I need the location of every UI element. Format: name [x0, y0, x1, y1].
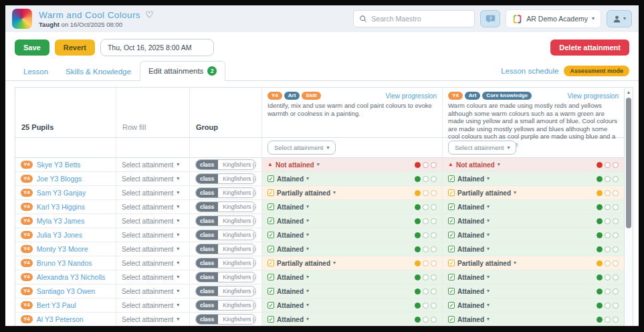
row-fill-dropdown[interactable]: Select attainment▾ [116, 256, 189, 270]
attainment-level-dots[interactable] [415, 274, 437, 280]
level-dot[interactable] [431, 317, 437, 323]
attainment-level-dots[interactable] [597, 218, 619, 224]
level-dot[interactable] [431, 246, 437, 252]
attainment-status-dropdown[interactable]: ✓ Attained ▾ [267, 232, 309, 239]
level-dot[interactable] [597, 218, 603, 224]
level-dot[interactable] [423, 246, 429, 252]
level-dot[interactable] [415, 288, 421, 295]
level-dot[interactable] [423, 176, 429, 182]
attainment-status-dropdown[interactable]: ✓ Attained ▾ [448, 218, 490, 225]
level-dot[interactable] [415, 176, 421, 182]
level-dot[interactable] [605, 204, 611, 210]
level-dot[interactable] [613, 303, 619, 309]
level-dot[interactable] [605, 288, 611, 295]
level-dot[interactable] [605, 176, 611, 182]
attainment-level-dots[interactable] [597, 317, 619, 323]
attainment-status-dropdown[interactable]: ✓ Attained ▾ [267, 274, 309, 281]
level-dot[interactable] [431, 288, 437, 295]
attainment-status-dropdown[interactable]: ✓ Attained ▾ [267, 288, 309, 295]
favorite-heart-icon[interactable]: ♡ [145, 10, 154, 19]
pupil-link[interactable]: Alexandra Y3 Nicholls [37, 273, 106, 281]
level-dot[interactable] [415, 274, 421, 280]
row-fill-dropdown[interactable]: Select attainment▾ [116, 200, 189, 214]
view-progression-link[interactable]: View progression [385, 92, 437, 100]
level-dot[interactable] [605, 162, 611, 168]
attainment-status-dropdown[interactable]: ✓ Partially attained ▾ [267, 189, 336, 197]
attainment-status-dropdown[interactable]: ✓ Attained ▾ [448, 274, 490, 281]
pupil-link[interactable]: Julia Y3 Jones [37, 231, 82, 239]
level-dot[interactable] [423, 162, 429, 168]
attainment-status-dropdown[interactable]: ✓ Attained ▾ [448, 203, 490, 211]
attainment-status-dropdown[interactable]: ✓ Attained ▾ [448, 175, 490, 183]
scrollbar-thumb[interactable] [626, 98, 631, 228]
level-dot[interactable] [415, 204, 421, 210]
level-dot[interactable] [431, 274, 437, 280]
level-dot[interactable] [431, 260, 437, 266]
attainment-level-dots[interactable] [415, 190, 437, 196]
level-dot[interactable] [423, 260, 429, 266]
pupil-link[interactable]: Santiago Y3 Owen [37, 287, 95, 295]
row-fill-dropdown[interactable]: Select attainment▾ [116, 228, 189, 242]
level-dot[interactable] [415, 232, 421, 238]
column-select-attainment-button[interactable]: Select attainment▾ [267, 141, 336, 155]
level-dot[interactable] [415, 190, 421, 196]
attainment-level-dots[interactable] [597, 274, 619, 280]
attainment-level-dots[interactable] [415, 232, 437, 238]
row-fill-dropdown[interactable]: Select attainment▾ [116, 214, 189, 228]
level-dot[interactable] [597, 246, 603, 252]
level-dot[interactable] [613, 176, 619, 182]
level-dot[interactable] [431, 176, 437, 182]
attainment-level-dots[interactable] [415, 176, 437, 182]
academy-selector[interactable]: AR Demo Academy ▾ [506, 9, 601, 28]
level-dot[interactable] [431, 204, 437, 210]
attainment-status-dropdown[interactable]: ✓ Attained ▾ [448, 246, 490, 253]
attainment-status-dropdown[interactable]: ✓ Attained ▾ [448, 232, 490, 239]
attainment-status-dropdown[interactable]: ✓ Attained ▾ [267, 316, 309, 323]
level-dot[interactable] [423, 204, 429, 210]
row-fill-dropdown[interactable]: Select attainment▾ [116, 284, 189, 298]
level-dot[interactable] [613, 260, 619, 266]
level-dot[interactable] [431, 190, 437, 196]
column-select-attainment-button[interactable]: Select attainment▾ [448, 141, 516, 155]
attainment-status-dropdown[interactable]: ✓ Partially attained ▾ [448, 260, 516, 267]
level-dot[interactable] [597, 260, 603, 266]
vertical-scrollbar[interactable]: ▲ [624, 88, 633, 326]
attainment-level-dots[interactable] [415, 246, 437, 252]
datetime-input[interactable] [100, 39, 214, 56]
search-box[interactable] [353, 10, 475, 27]
level-dot[interactable] [605, 274, 611, 280]
row-fill-dropdown[interactable]: Select attainment▾ [116, 186, 189, 199]
level-dot[interactable] [605, 232, 611, 238]
attainment-status-dropdown[interactable]: ✓ Attained ▾ [267, 175, 309, 183]
attainment-status-dropdown[interactable]: ✓ Attained ▾ [267, 203, 309, 211]
level-dot[interactable] [613, 232, 619, 238]
tab-edit-attainments[interactable]: Edit attainments 2 [140, 61, 225, 81]
level-dot[interactable] [613, 317, 619, 323]
level-dot[interactable] [613, 288, 619, 295]
level-dot[interactable] [605, 317, 611, 323]
view-progression-link[interactable]: View progression [567, 92, 619, 100]
tab-lesson[interactable]: Lesson [15, 63, 57, 80]
row-fill-dropdown[interactable]: Select attainment▾ [116, 313, 189, 326]
pupil-link[interactable]: Joe Y3 Bloggs [37, 175, 82, 183]
level-dot[interactable] [423, 303, 429, 309]
attainment-status-dropdown[interactable]: ✓ Attained ▾ [448, 288, 490, 295]
attainment-level-dots[interactable] [597, 232, 619, 238]
user-menu-button[interactable]: ▾ [607, 10, 632, 27]
attainment-level-dots[interactable] [597, 162, 619, 168]
level-dot[interactable] [597, 288, 603, 295]
row-fill-dropdown[interactable]: Select attainment▾ [116, 172, 189, 185]
level-dot[interactable] [605, 218, 611, 224]
level-dot[interactable] [597, 162, 603, 168]
tab-skills-knowledge[interactable]: Skills & Knowledge [57, 63, 140, 80]
attainment-level-dots[interactable] [415, 288, 437, 295]
level-dot[interactable] [423, 218, 429, 224]
level-dot[interactable] [613, 190, 619, 196]
level-dot[interactable] [423, 288, 429, 295]
revert-button[interactable]: Revert [55, 39, 95, 56]
level-dot[interactable] [605, 260, 611, 266]
row-fill-dropdown[interactable]: Select attainment▾ [116, 242, 189, 256]
row-fill-dropdown[interactable]: Select attainment▾ [116, 158, 189, 171]
help-button[interactable]: ? [480, 10, 500, 27]
level-dot[interactable] [605, 190, 611, 196]
